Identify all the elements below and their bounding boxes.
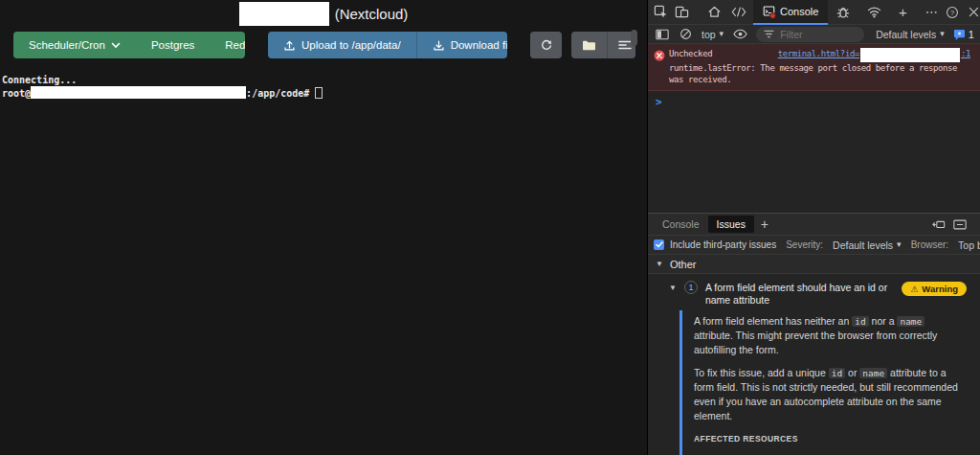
- devtools-tab-strip: Console + ⋯ ?: [648, 0, 980, 25]
- screen: (Nextcloud) Scheduler/Cron Postgres Redi…: [0, 0, 980, 455]
- severity-selector[interactable]: Default levels ▾: [829, 239, 905, 251]
- page-scrollbar-thumb[interactable]: [631, 30, 637, 46]
- issues-section-other[interactable]: ▼ Other: [648, 255, 980, 274]
- issues-counter-button[interactable]: 1: [950, 29, 977, 40]
- upload-icon: [283, 39, 296, 52]
- include-third-party-checkbox[interactable]: [654, 239, 664, 250]
- warning-icon: ⚠: [910, 284, 918, 294]
- warning-badge[interactable]: ⚠ Warning: [902, 282, 967, 296]
- drawer-tab-strip: Console Issues +: [648, 214, 980, 235]
- issue-paragraph-1: A form field element has neither an id n…: [694, 314, 960, 357]
- file-transfer-button-group: Upload to /app/data/ Download file: [268, 32, 507, 58]
- home-icon[interactable]: [703, 2, 724, 23]
- issue-paragraph-2: To fix this issue, add a unique id or na…: [694, 366, 960, 423]
- issue-expander-icon: ▼: [669, 284, 677, 292]
- filter-icon: [764, 30, 774, 38]
- terminal-toolbar: Scheduler/Cron Postgres Redis Upload to …: [13, 32, 635, 58]
- title-redaction-box: [239, 2, 329, 26]
- chevron-down-icon: ▾: [897, 240, 902, 249]
- log-levels-selector[interactable]: Default levels ▾: [872, 29, 948, 40]
- more-options-icon[interactable]: ⋯: [921, 2, 942, 23]
- console-messages: Unchecked terminal.html?id=:1 runtime.la…: [648, 44, 980, 213]
- id-attribute-chip: id: [852, 316, 868, 327]
- download-button[interactable]: Download file: [417, 32, 508, 58]
- page-title-text: (Nextcloud): [335, 6, 409, 22]
- tab-console[interactable]: Console: [753, 0, 828, 25]
- severity-label: Severity:: [786, 239, 823, 250]
- error-line-number-link[interactable]: :1: [961, 48, 970, 59]
- postgres-button[interactable]: Postgres: [136, 32, 210, 58]
- console-error-badge: [769, 12, 776, 19]
- close-devtools-icon[interactable]: [963, 2, 980, 23]
- error-source-link[interactable]: terminal.html?id=: [778, 48, 859, 59]
- issues-bubble-icon: [953, 29, 966, 40]
- prompt-path: :/app/code#: [246, 88, 309, 99]
- issue-details: ▼ 1 A form field element should have an …: [648, 274, 980, 455]
- clear-console-icon[interactable]: [675, 24, 696, 45]
- live-expression-eye-icon[interactable]: [729, 24, 750, 45]
- drawer-tab-console[interactable]: Console: [654, 216, 708, 233]
- terminal-output[interactable]: Connecting... root@:/app/code#: [2, 74, 647, 100]
- error-icon: [654, 50, 665, 61]
- error-message-text-cont: was received.: [669, 74, 970, 85]
- section-expander-icon: ▼: [656, 261, 663, 268]
- hostname-redaction-box: [31, 86, 246, 99]
- help-icon[interactable]: ?: [942, 2, 963, 23]
- redis-button[interactable]: Redis: [210, 32, 245, 58]
- issue-header[interactable]: ▼ 1 A form field element should have an …: [667, 274, 980, 310]
- browser-selector[interactable]: Top browsers: [954, 239, 980, 251]
- network-conditions-icon[interactable]: [863, 2, 884, 23]
- terminal-cursor: [315, 87, 323, 99]
- console-prompt-chevron-icon[interactable]: >: [648, 91, 980, 113]
- inspect-element-icon[interactable]: [650, 2, 671, 23]
- name-attribute-chip: name: [897, 316, 924, 327]
- javascript-context-selector[interactable]: top ▾: [698, 29, 727, 40]
- source-code-icon[interactable]: [728, 2, 749, 23]
- open-in-new-tab-icon[interactable]: [928, 214, 949, 235]
- issue-count-badge: 1: [684, 281, 698, 294]
- chevron-down-icon: ▾: [940, 30, 945, 38]
- terminal-prompt-line: root@:/app/code#: [2, 86, 647, 100]
- download-icon: [433, 39, 445, 52]
- bug-icon[interactable]: [833, 2, 854, 23]
- refresh-button[interactable]: [530, 32, 562, 58]
- filter-input[interactable]: [780, 29, 857, 40]
- issues-toolbar: Include third-party issues Severity: Def…: [648, 235, 980, 255]
- include-third-party-label: Include third-party issues: [670, 239, 776, 250]
- issue-title: A form field element should have an id o…: [705, 282, 894, 307]
- console-error-message[interactable]: Unchecked terminal.html?id=:1 runtime.la…: [648, 44, 980, 91]
- scheduler-cron-button[interactable]: Scheduler/Cron: [13, 32, 136, 58]
- check-icon: [656, 241, 663, 248]
- add-tab-icon[interactable]: +: [892, 2, 913, 23]
- devtools-drawer: Console Issues + Include third-party iss…: [648, 213, 980, 455]
- filter-field[interactable]: [756, 27, 864, 42]
- console-toolbar: top ▾ Default levels ▾ 1 ⚙: [648, 25, 980, 44]
- device-toolbar-icon[interactable]: [671, 2, 692, 23]
- error-link-redaction-box: [860, 48, 960, 62]
- folder-icon: [582, 39, 596, 52]
- issue-description: A form field element has neither an id n…: [679, 310, 971, 455]
- name-attribute-chip: name: [859, 368, 887, 378]
- upload-button[interactable]: Upload to /app/data/: [268, 32, 417, 58]
- console-sidebar-icon[interactable]: [652, 24, 673, 45]
- service-button-group: Scheduler/Cron Postgres Redis: [13, 32, 245, 58]
- file-view-button-group: [571, 32, 635, 58]
- chevron-down-icon: ▾: [720, 30, 724, 38]
- error-prefix: Unchecked: [669, 48, 712, 59]
- affected-resources-header: AFFECTED RESOURCES: [694, 432, 960, 446]
- section-label: Other: [670, 259, 697, 270]
- terminal-line-connecting: Connecting...: [2, 74, 647, 86]
- devtools-panel: Console + ⋯ ?: [647, 0, 980, 455]
- prompt-user: root@: [2, 88, 31, 99]
- dock-panel-icon[interactable]: [949, 214, 970, 235]
- browser-label: Browser:: [911, 239, 948, 250]
- id-attribute-chip: id: [829, 368, 845, 378]
- error-message-text: runtime.lastError: The message port clos…: [669, 62, 970, 74]
- svg-text:?: ?: [950, 8, 954, 16]
- drawer-tab-issues[interactable]: Issues: [708, 216, 754, 233]
- add-drawer-tab-icon[interactable]: +: [754, 214, 775, 235]
- terminal-page: (Nextcloud) Scheduler/Cron Postgres Redi…: [0, 0, 647, 455]
- page-title: (Nextcloud): [0, 0, 647, 27]
- refresh-icon: [540, 38, 553, 52]
- files-button[interactable]: [571, 32, 608, 58]
